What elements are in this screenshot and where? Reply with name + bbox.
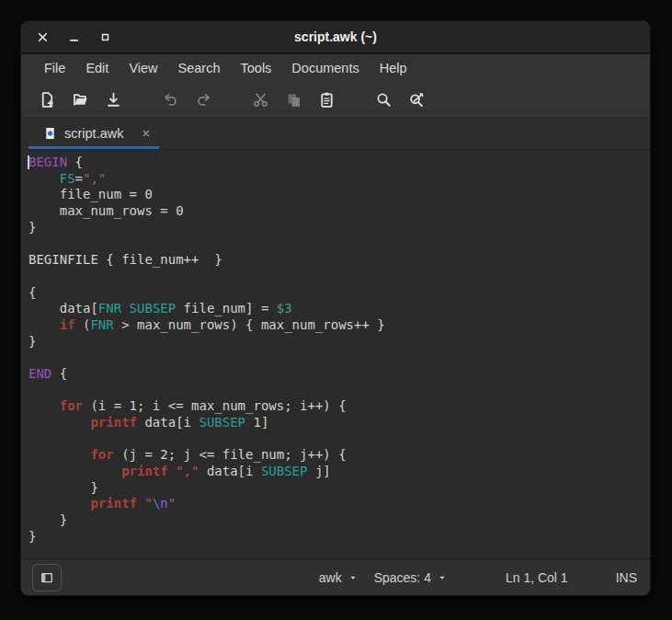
tab-bar: script.awk — [21, 117, 650, 150]
document-save-icon — [105, 91, 122, 109]
redo-button[interactable] — [190, 86, 216, 113]
code-line: } — [28, 334, 650, 350]
code-line — [28, 235, 650, 252]
undo-arrow-icon — [162, 91, 179, 109]
open-document-button[interactable] — [67, 86, 93, 113]
code-line: for (j = 2; j <= file_num; j++) { — [28, 447, 650, 464]
paste-button[interactable] — [313, 86, 339, 113]
statusbar-right-group: awk Spaces: 4 Ln 1, Col 1 INS — [319, 570, 637, 585]
undo-button[interactable] — [157, 86, 183, 113]
chevron-down-icon — [348, 573, 358, 582]
copy-pages-icon — [285, 91, 302, 109]
toolbar — [21, 82, 650, 117]
code-line — [28, 431, 650, 448]
code-line: if (FNR > max_num_rows) { max_num_rows++… — [28, 317, 650, 334]
code-line: printf "\n" — [28, 496, 650, 512]
menu-edit[interactable]: Edit — [75, 57, 119, 79]
text-editor-area[interactable]: BEGIN { FS="," file_num = 0 max_num_rows… — [21, 150, 650, 558]
text-document-icon — [43, 126, 57, 141]
code-line: data[FNR SUBSEP file_num] = $3 — [28, 301, 650, 317]
scissors-icon — [252, 91, 269, 109]
redo-arrow-icon — [195, 91, 212, 109]
tab-script.awk[interactable]: script.awk — [28, 117, 159, 149]
magnifier-icon — [375, 91, 393, 109]
language-label: awk — [319, 570, 342, 585]
tab-label: script.awk — [64, 126, 133, 141]
desktop-background: script.awk (~) FileEditViewSearchToolsDo… — [0, 0, 672, 620]
menu-documents[interactable]: Documents — [281, 57, 369, 79]
minimize-button[interactable] — [63, 27, 84, 47]
copy-button[interactable] — [280, 86, 306, 113]
window-title: script.awk (~) — [21, 29, 650, 44]
cursor-position-label[interactable]: Ln 1, Col 1 — [506, 570, 568, 585]
code-line: printf data[i SUBSEP 1] — [28, 415, 650, 431]
insert-mode-indicator[interactable]: INS — [616, 570, 637, 585]
maximize-button[interactable] — [95, 27, 115, 47]
code-line: } — [28, 512, 650, 529]
code-line: { — [28, 285, 650, 302]
tab-close-button[interactable] — [141, 128, 152, 139]
clipboard-icon — [318, 91, 336, 109]
code-line: BEGINFILE { file_num++ } — [28, 252, 650, 269]
window-controls — [21, 27, 115, 47]
code-content: BEGIN { FS="," file_num = 0 max_num_rows… — [28, 155, 650, 545]
code-line: } — [28, 480, 650, 497]
menu-search[interactable]: Search — [168, 57, 231, 79]
menu-view[interactable]: View — [119, 57, 167, 79]
code-line: } — [28, 529, 650, 545]
code-line: BEGIN { — [28, 155, 650, 171]
status-bar: awk Spaces: 4 Ln 1, Col 1 INS — [21, 558, 650, 595]
code-line: FS="," — [28, 171, 650, 188]
minimize-icon — [67, 30, 81, 44]
side-panel-icon — [40, 570, 54, 585]
save-document-button[interactable] — [100, 86, 126, 113]
close-icon — [36, 30, 50, 44]
chevron-down-icon — [438, 573, 447, 582]
tab-close-icon — [141, 128, 152, 139]
document-open-icon — [72, 91, 89, 109]
code-line: } — [28, 220, 650, 236]
language-dropdown[interactable]: awk — [319, 570, 358, 585]
tab-width-label: Spaces: 4 — [374, 570, 431, 585]
text-cursor — [28, 155, 29, 169]
find-replace-button[interactable] — [404, 86, 429, 113]
new-document-button[interactable] — [34, 86, 60, 113]
menu-file[interactable]: File — [34, 57, 75, 79]
code-line: for (i = 1; i <= max_num_rows; i++) { — [28, 398, 650, 415]
maximize-icon — [98, 30, 112, 44]
menu-help[interactable]: Help — [370, 57, 417, 79]
side-panel-toggle-button[interactable] — [32, 564, 62, 591]
close-button[interactable] — [32, 27, 52, 47]
code-line — [28, 350, 650, 366]
code-line: max_num_rows = 0 — [28, 203, 650, 220]
code-line: END { — [28, 366, 650, 383]
code-line: file_num = 0 — [28, 187, 650, 203]
find-button[interactable] — [370, 86, 396, 113]
document-new-icon — [39, 91, 56, 109]
code-line: printf "," data[i SUBSEP j] — [28, 464, 650, 480]
cut-button[interactable] — [247, 86, 273, 113]
code-line — [28, 383, 650, 399]
menu-tools[interactable]: Tools — [231, 57, 282, 79]
titlebar[interactable]: script.awk (~) — [21, 21, 650, 54]
magnifier-replace-icon — [408, 91, 426, 109]
tab-width-dropdown[interactable]: Spaces: 4 — [374, 570, 447, 585]
code-line — [28, 269, 650, 285]
gedit-window: script.awk (~) FileEditViewSearchToolsDo… — [20, 20, 651, 596]
menubar: FileEditViewSearchToolsDocumentsHelp — [21, 54, 650, 82]
